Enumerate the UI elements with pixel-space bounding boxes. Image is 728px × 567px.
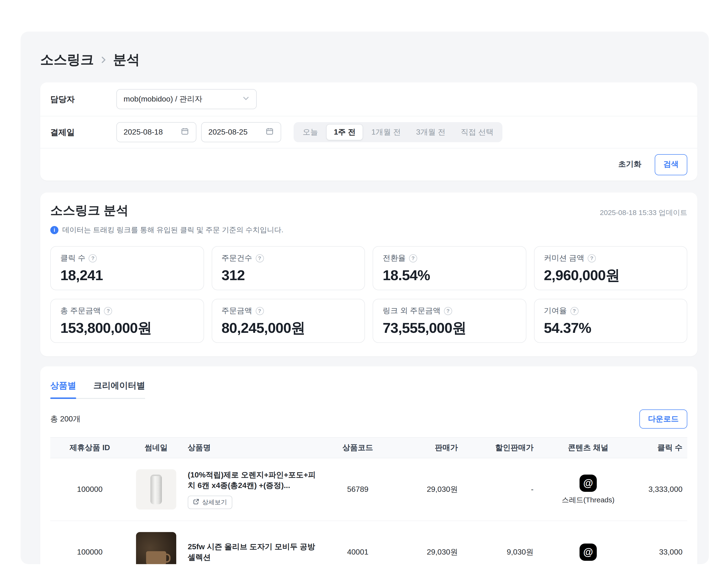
help-icon[interactable] <box>588 254 596 262</box>
stat-label: 주문건수 <box>222 253 252 263</box>
col-price: 판매가 <box>393 437 463 458</box>
breadcrumb-parent[interactable]: 소스링크 <box>40 51 94 69</box>
reset-button[interactable]: 초기화 <box>618 159 641 170</box>
range-custom[interactable]: 직접 선택 <box>454 124 501 140</box>
stat-label: 전환율 <box>383 253 406 263</box>
date-range-segmented: 오늘 1주 전 1개월 전 3개월 전 직접 선택 <box>294 122 503 142</box>
stat-label: 총 주문금액 <box>60 306 101 316</box>
download-button[interactable]: 다운로드 <box>639 409 687 429</box>
cell-thumbnail <box>129 521 183 564</box>
chevron-down-icon <box>242 95 250 104</box>
updated-at: 2025-08-18 15:33 업데이트 <box>600 208 687 217</box>
cell-product-name: 25fw 시즌 올리브 도자기 모비두 공방 셀렉션 <box>183 521 323 564</box>
can-product-photo <box>136 469 176 510</box>
stats-grid: 클릭 수 18,241 주문건수 312 전환율 18.54% 커미션 금액 2… <box>50 246 687 343</box>
stat-card-non-link-order-amount: 링크 외 주문금액 73,555,000원 <box>373 299 526 343</box>
stat-value: 312 <box>222 267 355 284</box>
cell-clicks: 33,000 <box>638 521 687 564</box>
stat-label: 링크 외 주문금액 <box>383 306 441 316</box>
stat-card-commission: 커미션 금액 2,960,000원 <box>534 246 687 290</box>
date-from-input[interactable]: 2025-08-18 <box>116 122 196 142</box>
info-text: 데이터는 트래킹 링크를 통해 유입된 클릭 및 주문 기준의 수치입니다. <box>62 225 283 234</box>
manager-label: 담당자 <box>50 94 116 105</box>
stat-label: 클릭 수 <box>60 253 85 263</box>
help-icon[interactable] <box>89 254 97 262</box>
date-to-value: 2025-08-25 <box>208 128 248 136</box>
cell-affiliate-id: 100000 <box>50 521 129 564</box>
range-1month[interactable]: 1개월 전 <box>364 124 408 140</box>
tab-by-creator[interactable]: 크리에이터별 <box>93 380 145 398</box>
pottery-product-photo <box>136 532 176 564</box>
tab-by-product[interactable]: 상품별 <box>50 380 76 398</box>
list-header: 총 200개 다운로드 <box>50 409 687 429</box>
table-row: 100000 25fw 시즌 올리브 도자기 모비두 공방 셀렉션 40001 … <box>50 521 687 564</box>
product-name: 25fw 시즌 올리브 도자기 모비두 공방 셀렉션 <box>188 542 318 563</box>
stat-card-order-amount: 주문금액 80,245,000원 <box>211 299 365 343</box>
payment-date-label: 결제일 <box>50 127 116 138</box>
tab-label: 상품별 <box>50 381 76 390</box>
analysis-title: 소스링크 분석 <box>50 203 128 217</box>
cell-thumbnail <box>129 458 183 521</box>
payment-date-row: 결제일 2025-08-18 2025-08-25 오늘 1주 전 1 <box>40 116 697 148</box>
detail-view-button[interactable]: 상세보기 <box>188 496 232 509</box>
help-icon[interactable] <box>256 307 264 315</box>
col-thumbnail: 썸네일 <box>129 437 183 458</box>
search-button[interactable]: 검색 <box>655 154 687 175</box>
stat-value: 54.37% <box>544 319 677 337</box>
info-row: 데이터는 트래킹 링크를 통해 유입된 클릭 및 주문 기준의 수치입니다. <box>50 225 687 235</box>
col-affiliate-id: 제휴상품 ID <box>50 437 129 458</box>
tab-label: 크리에이터별 <box>93 381 145 390</box>
col-product-name: 상품명 <box>183 437 323 458</box>
analysis-card: 소스링크 분석 2025-08-18 15:33 업데이트 데이터는 트래킹 링… <box>40 193 697 356</box>
filter-actions-row: 초기화 검색 <box>40 148 697 181</box>
stat-value: 80,245,000원 <box>222 319 355 337</box>
table-row: 100000 (10%적립)제로 오렌지+파인+포도+피치 6캔 x4종(총24… <box>50 458 687 521</box>
stat-label: 주문금액 <box>222 306 252 316</box>
manager-select[interactable]: mob(mobidoo) / 관리자 <box>116 89 257 109</box>
stat-card-clicks: 클릭 수 18,241 <box>50 246 204 290</box>
stat-value: 18,241 <box>60 267 194 284</box>
breadcrumb: 소스링크 분석 <box>40 52 697 68</box>
product-name: (10%적립)제로 오렌지+파인+포도+피치 6캔 x4종(총24캔) +(증정… <box>188 470 318 491</box>
cell-price: 29,030원 <box>393 521 463 564</box>
main-panel: 소스링크 분석 담당자 mob(mobidoo) / 관리자 결제일 <box>21 32 709 564</box>
col-product-code: 상품코드 <box>323 437 393 458</box>
stat-value: 153,800,000원 <box>60 319 194 337</box>
help-icon[interactable] <box>570 307 578 315</box>
mug-image <box>146 551 166 564</box>
channel-label: 스레드(Threads) <box>562 495 614 505</box>
tabs: 상품별 크리에이터별 <box>50 380 145 399</box>
page: 소스링크 분석 담당자 mob(mobidoo) / 관리자 결제일 <box>0 0 728 567</box>
date-from-value: 2025-08-18 <box>124 128 163 136</box>
stat-value: 73,555,000원 <box>383 319 516 337</box>
stat-card-orders: 주문건수 312 <box>211 246 365 290</box>
cell-product-code: 56789 <box>323 458 393 521</box>
manager-row: 담당자 mob(mobidoo) / 관리자 <box>40 82 697 116</box>
can-image <box>150 475 162 504</box>
stat-label: 기여율 <box>544 306 567 316</box>
detail-view-label: 상세보기 <box>202 498 227 507</box>
manager-select-value: mob(mobidoo) / 관리자 <box>124 94 202 104</box>
table-header-row: 제휴상품 ID 썸네일 상품명 상품코드 판매가 할인판매가 콘텐츠 채널 클릭… <box>50 437 687 458</box>
channel-stack <box>543 544 633 561</box>
range-1week[interactable]: 1주 전 <box>326 124 363 140</box>
analysis-header: 소스링크 분석 2025-08-18 15:33 업데이트 <box>50 203 687 217</box>
external-link-icon <box>193 499 199 506</box>
cell-affiliate-id: 100000 <box>50 458 129 521</box>
col-clicks: 클릭 수 <box>638 437 687 458</box>
cell-price: 29,030원 <box>393 458 463 521</box>
range-3months[interactable]: 3개월 전 <box>409 124 453 140</box>
range-today[interactable]: 오늘 <box>296 124 325 140</box>
date-to-input[interactable]: 2025-08-25 <box>201 122 281 142</box>
cell-content-channel: 스레드(Threads) <box>538 458 638 521</box>
cell-sale-price: 9,030원 <box>463 521 538 564</box>
help-icon[interactable] <box>104 307 112 315</box>
calendar-icon <box>181 127 189 137</box>
cell-content-channel <box>538 521 638 564</box>
cell-clicks: 3,333,000 <box>638 458 687 521</box>
help-icon[interactable] <box>409 254 417 262</box>
help-icon[interactable] <box>256 254 264 262</box>
products-table: 제휴상품 ID 썸네일 상품명 상품코드 판매가 할인판매가 콘텐츠 채널 클릭… <box>50 437 687 564</box>
help-icon[interactable] <box>444 307 452 315</box>
cell-sale-price: - <box>463 458 538 521</box>
